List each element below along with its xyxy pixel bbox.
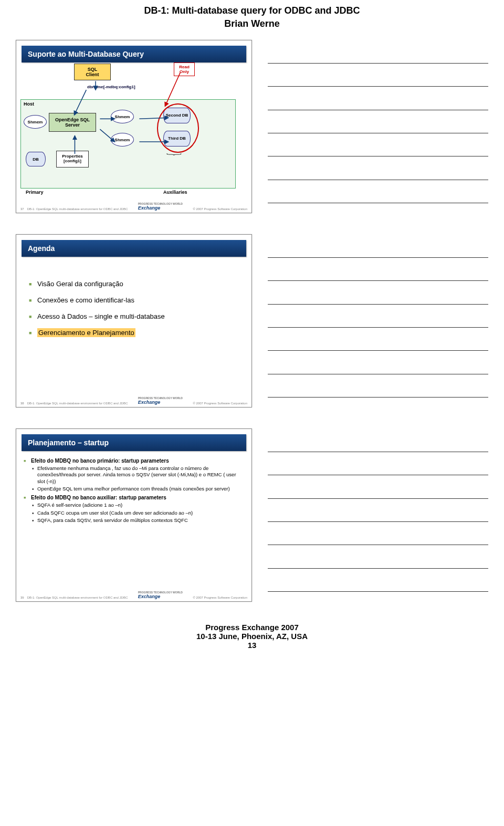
slide3-num: 39 xyxy=(20,596,24,599)
note-lines-1 xyxy=(268,40,488,213)
db-primary-cylinder: DB xyxy=(26,152,46,166)
slide1-footer: 37 DB-1: OpenEdge SQL multi-database env… xyxy=(20,202,247,211)
slide-2: Agenda Visão Geral da configuração Conex… xyxy=(16,234,252,407)
slide-3: Planejamento – startup Efeito do MDBQ no… xyxy=(16,428,252,602)
logo-main: Exchange xyxy=(138,400,161,405)
note-line xyxy=(268,190,488,203)
slide1-title: Suporte ao Multi-Database Query xyxy=(22,46,246,62)
shmem-2: Shmem xyxy=(111,110,134,123)
s3-bullet-1: Efeito do MDBQ no banco primário: startu… xyxy=(24,457,244,464)
brace-icon: ⏟ xyxy=(166,147,182,156)
note-line xyxy=(268,462,488,475)
note-line xyxy=(268,314,488,328)
note-line xyxy=(268,267,488,281)
note-line xyxy=(268,555,488,569)
exchange-logo: PROGRESS TECHNOLOGY WORLDExchange xyxy=(138,396,183,405)
exchange-logo: PROGRESS TECHNOLOGY WORLDExchange xyxy=(138,202,183,211)
shmem-1: Shmem xyxy=(24,115,47,129)
document-footer: Progress Exchange 2007 10-13 June, Phoen… xyxy=(16,623,488,650)
slide2-num: 38 xyxy=(20,402,24,405)
agenda-item-1: Visão Geral da configuração xyxy=(29,280,239,288)
s3-sub-2-2: Cada SQFC ocupa um user slot (Cada um de… xyxy=(24,510,244,516)
slide-row-1: Suporte ao Multi-Database Query SQL Clie… xyxy=(16,40,488,213)
s3-bullet-2: Efeito do MDBQ no banco auxiliar: startu… xyxy=(24,494,244,501)
slide2-title: Agenda xyxy=(22,240,246,257)
note-line xyxy=(268,50,488,64)
note-line xyxy=(268,531,488,545)
primary-label: Primary xyxy=(26,190,44,195)
agenda-list: Visão Geral da configuração Conexões e c… xyxy=(26,262,242,354)
slide-foot-ref: DB-1: OpenEdge SQL multi-database enviro… xyxy=(27,596,128,599)
shmem-3: Shmem xyxy=(111,133,134,147)
auxiliary-oval xyxy=(157,103,199,153)
exchange-logo: PROGRESS TECHNOLOGY WORLDExchange xyxy=(138,591,183,599)
slide-foot-ref: DB-1: OpenEdge SQL multi-database enviro… xyxy=(27,207,128,211)
openedge-sql-server-box: OpenEdge SQL Server xyxy=(49,113,96,132)
footer-line-3: 13 xyxy=(16,641,488,650)
note-line xyxy=(268,337,488,351)
document-author: Brian Werne xyxy=(16,18,488,29)
host-label: Host xyxy=(24,101,34,107)
slide2-footer: 38 DB-1: OpenEdge SQL multi-database env… xyxy=(20,396,247,405)
read-only-box: Read Only xyxy=(174,62,195,76)
slide-row-3: Planejamento – startup Efeito do MDBQ no… xyxy=(16,428,488,602)
note-line xyxy=(268,361,488,374)
note-line xyxy=(268,166,488,180)
slide3-footer: 39 DB-1: OpenEdge SQL multi-database env… xyxy=(20,591,247,599)
agenda-item-4-hl: Gerenciamento e Planejamento xyxy=(37,328,135,337)
s3-sub-1-1: Efetivamente nenhuma mudança , faz uso d… xyxy=(24,465,244,485)
copyright: © 2007 Progress Software Corporation xyxy=(193,207,247,211)
copyright: © 2007 Progress Software Corporation xyxy=(193,402,247,405)
slide-1: Suporte ao Multi-Database Query SQL Clie… xyxy=(16,40,252,213)
slide2-body: Visão Geral da configuração Conexões e c… xyxy=(16,257,251,360)
s3-sub-2-3: SQFA, para cada SQSV, será servidor de m… xyxy=(24,517,244,524)
note-lines-3 xyxy=(268,428,488,602)
properties-box: Properties [config1] xyxy=(56,151,89,168)
slide1-diagram: SQL Client Read Only dbname[-mdbq:config… xyxy=(16,62,251,199)
note-line xyxy=(268,485,488,499)
footer-line-1: Progress Exchange 2007 xyxy=(16,623,488,632)
note-lines-2 xyxy=(268,234,488,407)
s3-sub-1-2: OpenEdge SQL tem uma melhor performance … xyxy=(24,486,244,492)
s3-sub-2-1: SQFA é self-service (adicione 1 ao –n) xyxy=(24,502,244,508)
agenda-item-3: Acesso à Dados – single e multi-database xyxy=(29,312,239,320)
footer-line-2: 10-13 June, Phoenix, AZ, USA xyxy=(16,632,488,641)
note-line xyxy=(268,438,488,452)
slide3-body: Efeito do MDBQ no banco primário: startu… xyxy=(16,451,251,527)
note-line xyxy=(268,508,488,522)
slide-foot-ref: DB-1: OpenEdge SQL multi-database enviro… xyxy=(27,402,128,405)
note-line xyxy=(268,73,488,87)
slide1-num: 37 xyxy=(20,207,24,211)
slide3-title: Planejamento – startup xyxy=(22,434,246,451)
auxiliaries-label: Auxiliaries xyxy=(163,190,187,195)
slide-row-2: Agenda Visão Geral da configuração Conex… xyxy=(16,234,488,407)
note-line xyxy=(268,578,488,592)
note-line xyxy=(268,120,488,133)
properties-config: [config1] xyxy=(64,159,81,164)
logo-main: Exchange xyxy=(138,205,161,211)
dbname-label: dbname[-mdbq:config1] xyxy=(87,85,135,89)
note-line xyxy=(268,97,488,110)
note-line xyxy=(268,143,488,156)
note-line xyxy=(268,244,488,258)
agenda-item-4: Gerenciamento e Planejamento xyxy=(29,329,239,337)
logo-main: Exchange xyxy=(138,594,161,599)
agenda-item-2: Conexões e como identificar-las xyxy=(29,296,239,304)
document-title: DB-1: Multi-database query for ODBC and … xyxy=(16,5,488,16)
sql-client-box: SQL Client xyxy=(74,64,111,80)
note-line xyxy=(268,384,488,398)
note-line xyxy=(268,291,488,305)
copyright: © 2007 Progress Software Corporation xyxy=(193,596,247,599)
